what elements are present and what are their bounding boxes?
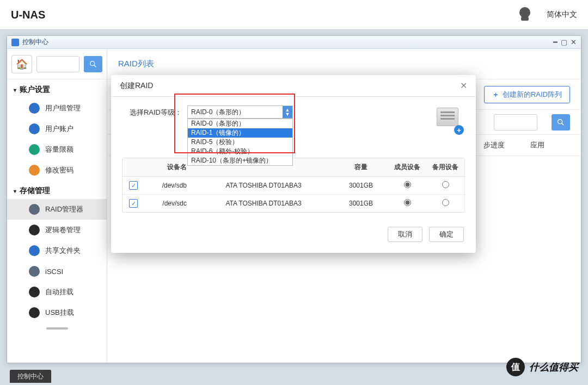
main-search-button[interactable] bbox=[552, 114, 570, 131]
device-capacity: 3001GB bbox=[334, 177, 388, 194]
sidebar-item[interactable]: 逻辑卷管理 bbox=[7, 220, 107, 240]
sidebar: 🏠 账户设置用户组管理用户账户容量限额修改密码存储管理RAID管理器逻辑卷管理共… bbox=[7, 49, 107, 363]
device-row: ✓/dev/sdcATA TOSHIBA DT01ABA33001GB bbox=[122, 195, 464, 212]
maximize-icon[interactable]: ▢ bbox=[561, 38, 567, 46]
member-radio[interactable] bbox=[404, 199, 411, 206]
modal-title-text: 创建RAID bbox=[120, 81, 153, 91]
language-switch[interactable]: 简体中文 bbox=[547, 10, 577, 20]
sidebar-scrollbar[interactable] bbox=[46, 327, 68, 330]
sidebar-item[interactable]: iSCSI bbox=[7, 261, 107, 282]
dropdown-option[interactable]: RAID-6（额外-校验） bbox=[188, 147, 292, 156]
watermark: 值 什么值得买 bbox=[506, 358, 578, 376]
main-tab[interactable]: RAID列表 bbox=[118, 59, 154, 69]
sidebar-group-header[interactable]: 存储管理 bbox=[7, 181, 107, 199]
device-capacity: 3001GB bbox=[334, 195, 388, 212]
raid-level-select[interactable]: RAID-0（条形的） ▲▼ bbox=[187, 105, 293, 119]
brand: U-NAS bbox=[11, 9, 45, 21]
sidebar-group-header[interactable]: 账户设置 bbox=[7, 79, 107, 98]
sidebar-item-icon bbox=[29, 225, 40, 235]
sidebar-item-icon bbox=[29, 245, 40, 256]
sidebar-item[interactable]: RAID管理器 bbox=[7, 199, 107, 220]
spare-radio[interactable] bbox=[442, 199, 449, 206]
sidebar-item-label: 自动挂载 bbox=[45, 287, 74, 297]
sidebar-item[interactable]: 自动挂载 bbox=[7, 282, 107, 302]
sidebar-item-icon bbox=[29, 266, 40, 277]
minimize-icon[interactable]: ━ bbox=[553, 38, 558, 46]
sidebar-item-label: 容量限额 bbox=[45, 145, 74, 154]
sidebar-item-label: iSCSI bbox=[45, 268, 63, 276]
main-search-input[interactable] bbox=[494, 114, 537, 131]
raid-level-label: 选择RAID等级： bbox=[122, 105, 182, 117]
watermark-badge: 值 bbox=[506, 358, 525, 376]
ok-button[interactable]: 确定 bbox=[429, 227, 464, 242]
sidebar-item-icon bbox=[29, 287, 40, 297]
sidebar-search-button[interactable] bbox=[84, 56, 102, 72]
sidebar-item-icon bbox=[29, 103, 40, 114]
sidebar-item-icon bbox=[29, 123, 40, 134]
sidebar-item-label: 共享文件夹 bbox=[45, 246, 81, 256]
sidebar-item-icon bbox=[29, 204, 40, 215]
modal-close-button[interactable]: ✕ bbox=[460, 80, 467, 91]
plus-icon: ＋ bbox=[492, 90, 499, 100]
window-title: 控制中心 bbox=[22, 38, 48, 47]
create-raid-button[interactable]: ＋ 创建新的RAID阵列 bbox=[484, 86, 570, 103]
dropdown-option[interactable]: RAID-10（条形的+镜像的） bbox=[188, 156, 292, 165]
home-button[interactable]: 🏠 bbox=[11, 55, 32, 73]
taskbar-item[interactable]: 控制中心 bbox=[10, 370, 51, 383]
device-model: ATA TOSHIBA DT01ABA3 bbox=[193, 177, 334, 194]
sidebar-item[interactable]: 修改密码 bbox=[7, 160, 107, 181]
svg-point-2 bbox=[558, 119, 562, 123]
watermark-text: 什么值得买 bbox=[529, 361, 578, 374]
cancel-button[interactable]: 取消 bbox=[388, 227, 422, 242]
app-topbar: U-NAS 简体中文 bbox=[0, 0, 588, 30]
device-name: /dev/sdc bbox=[144, 195, 193, 212]
spare-radio[interactable] bbox=[442, 181, 449, 188]
search-icon bbox=[556, 118, 565, 127]
select-arrows-icon: ▲▼ bbox=[283, 106, 292, 118]
sidebar-item[interactable]: 共享文件夹 bbox=[7, 240, 107, 261]
disk-icon: + bbox=[437, 108, 461, 132]
device-model: ATA TOSHIBA DT01ABA3 bbox=[193, 195, 334, 212]
raid-level-dropdown[interactable]: RAID-0（条形的）RAID-1（镜像的）RAID-5（校验）RAID-6（额… bbox=[187, 119, 293, 166]
row-checkbox[interactable]: ✓ bbox=[129, 181, 138, 190]
sidebar-item-label: 用户账户 bbox=[45, 124, 74, 134]
modal-titlebar[interactable]: 创建RAID ✕ bbox=[111, 75, 476, 97]
dropdown-option[interactable]: RAID-1（镜像的） bbox=[188, 128, 292, 138]
device-name: /dev/sdb bbox=[144, 177, 193, 194]
sidebar-item[interactable]: 用户账户 bbox=[7, 119, 107, 139]
sidebar-item-label: RAID管理器 bbox=[45, 204, 83, 214]
plus-badge-icon: + bbox=[454, 125, 464, 135]
row-checkbox[interactable]: ✓ bbox=[129, 199, 138, 208]
dropdown-option[interactable]: RAID-0（条形的） bbox=[188, 119, 292, 128]
close-icon[interactable]: ✕ bbox=[571, 38, 577, 46]
device-row: ✓/dev/sdbATA TOSHIBA DT01ABA33001GB bbox=[122, 177, 464, 195]
sidebar-item-icon bbox=[29, 144, 40, 155]
device-table: 设备名 容量 成员设备 备用设备 ✓/dev/sdbATA TOSHIBA DT… bbox=[122, 158, 465, 213]
member-radio[interactable] bbox=[404, 181, 411, 188]
sidebar-item-label: 逻辑卷管理 bbox=[45, 225, 81, 235]
create-raid-modal: 创建RAID ✕ 选择RAID等级： RAID-0（条形的） ▲▼ RAID-0… bbox=[111, 75, 476, 253]
sidebar-item[interactable]: 容量限额 bbox=[7, 139, 107, 160]
window-titlebar[interactable]: 控制中心 ━ ▢ ✕ bbox=[7, 36, 581, 49]
sidebar-item-icon bbox=[29, 307, 40, 318]
sidebar-item-label: 修改密码 bbox=[45, 165, 74, 175]
sidebar-item-label: 用户组管理 bbox=[45, 103, 81, 113]
sidebar-search-input[interactable] bbox=[36, 56, 79, 72]
sidebar-item[interactable]: 用户组管理 bbox=[7, 98, 107, 119]
search-icon bbox=[89, 60, 97, 69]
dropdown-option[interactable]: RAID-5（校验） bbox=[188, 138, 292, 147]
sidebar-item[interactable]: USB挂载 bbox=[7, 302, 107, 323]
window-icon bbox=[11, 39, 19, 46]
svg-line-3 bbox=[562, 123, 564, 125]
svg-line-1 bbox=[94, 65, 96, 67]
user-icon[interactable] bbox=[519, 10, 530, 19]
sidebar-item-label: USB挂载 bbox=[45, 308, 74, 318]
svg-point-0 bbox=[90, 61, 95, 65]
sidebar-item-icon bbox=[29, 165, 40, 176]
